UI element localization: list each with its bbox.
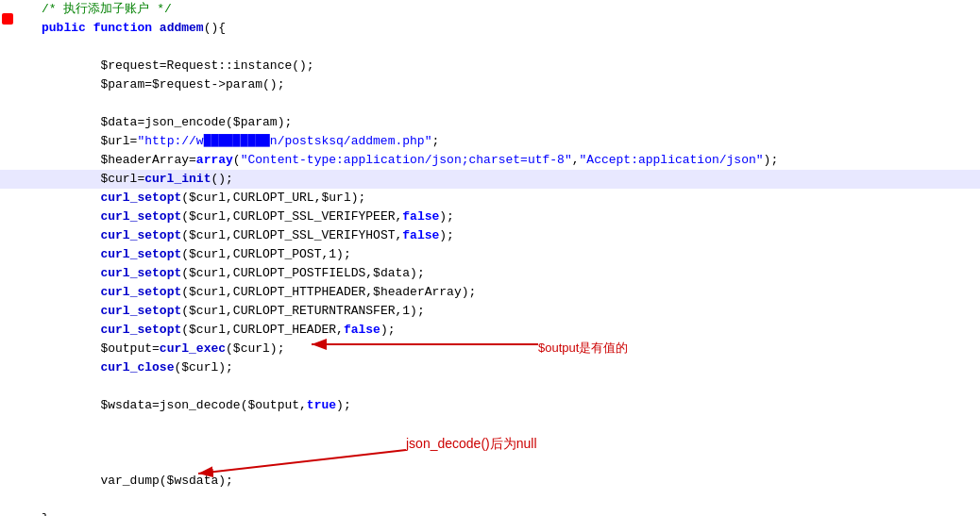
code-line-2: public function addmem(){ [0, 19, 980, 38]
code-text-15: curl_setopt($curl,CURLOPT_POSTFIELDS,$da… [38, 264, 980, 283]
code-text-9: $headerArray=array("Content-type:applica… [38, 151, 980, 170]
code-line-20: curl_close($curl); [0, 358, 980, 377]
code-text-8: $url="http://w█████████n/postsksq/addmem… [38, 132, 980, 151]
code-line-12: curl_setopt($curl,CURLOPT_SSL_VERIFYPEER… [0, 208, 980, 226]
code-line-17: curl_setopt($curl,CURLOPT_RETURNTRANSFER… [0, 302, 980, 321]
code-line-1: /* 执行添加子账户 */ [0, 0, 980, 19]
code-line-21 [0, 377, 980, 396]
code-text-1: /* 执行添加子账户 */ [38, 0, 980, 19]
code-text-7: $data=json_encode($param); [38, 113, 980, 132]
code-text-10: $curl=curl_init(); [38, 170, 980, 189]
code-line-3 [0, 38, 980, 57]
code-text-26: var_dump($wsdata); [38, 472, 980, 491]
code-line-16: curl_setopt($curl,CURLOPT_HTTPHEADER,$he… [0, 283, 980, 302]
code-line-8: $url="http://w█████████n/postsksq/addmem… [0, 132, 980, 151]
code-line-25 [0, 453, 980, 472]
code-text-14: curl_setopt($curl,CURLOPT_POST,1); [38, 245, 980, 264]
code-text-17: curl_setopt($curl,CURLOPT_RETURNTRANSFER… [38, 302, 980, 321]
code-text-12: curl_setopt($curl,CURLOPT_SSL_VERIFYPEER… [38, 208, 980, 226]
code-line-23 [0, 415, 980, 434]
code-line-24 [0, 434, 980, 453]
code-line-4: $request=Request::instance(); [0, 57, 980, 75]
code-text-2: public function addmem(){ [38, 19, 980, 38]
code-text-11: curl_setopt($curl,CURLOPT_URL,$url); [38, 189, 980, 208]
code-line-13: curl_setopt($curl,CURLOPT_SSL_VERIFYHOST… [0, 226, 980, 245]
code-line-26: var_dump($wsdata); [0, 472, 980, 491]
breakpoint-icon [2, 13, 13, 25]
code-line-6 [0, 94, 980, 113]
code-line-19: $output=curl_exec($curl); [0, 340, 980, 358]
code-line-15: curl_setopt($curl,CURLOPT_POSTFIELDS,$da… [0, 264, 980, 283]
code-text-3 [38, 38, 980, 57]
code-text-6 [38, 94, 980, 113]
code-line-11: curl_setopt($curl,CURLOPT_URL,$url); [0, 189, 980, 208]
code-text-20: curl_close($curl); [38, 358, 980, 377]
code-line-14: curl_setopt($curl,CURLOPT_POST,1); [0, 245, 980, 264]
code-line-27 [0, 491, 980, 509]
code-text-22: $wsdata=json_decode($output,true); [38, 396, 980, 415]
code-text-13: curl_setopt($curl,CURLOPT_SSL_VERIFYHOST… [38, 226, 980, 245]
code-line-18: curl_setopt($curl,CURLOPT_HEADER,false); [0, 321, 980, 340]
code-text-16: curl_setopt($curl,CURLOPT_HTTPHEADER,$he… [38, 283, 980, 302]
code-text-19: $output=curl_exec($curl); [38, 340, 980, 358]
code-text-27 [38, 491, 980, 509]
code-line-5: $param=$request->param(); [0, 75, 980, 94]
code-text-23 [38, 415, 980, 434]
code-text-4: $request=Request::instance(); [38, 57, 980, 75]
code-text-28: } [38, 509, 980, 516]
code-line-10: $curl=curl_init(); [0, 170, 980, 189]
code-text-21 [38, 377, 980, 396]
code-line-22: $wsdata=json_decode($output,true); [0, 396, 980, 415]
code-line-9: $headerArray=array("Content-type:applica… [0, 151, 980, 170]
code-text-18: curl_setopt($curl,CURLOPT_HEADER,false); [38, 321, 980, 340]
code-line-7: $data=json_encode($param); [0, 113, 980, 132]
code-text-25 [38, 453, 980, 472]
code-text-5: $param=$request->param(); [38, 75, 980, 94]
code-text-24 [38, 434, 980, 453]
code-line-28: } [0, 509, 980, 516]
code-editor: /* 执行添加子账户 */ public function addmem(){ … [0, 0, 980, 516]
